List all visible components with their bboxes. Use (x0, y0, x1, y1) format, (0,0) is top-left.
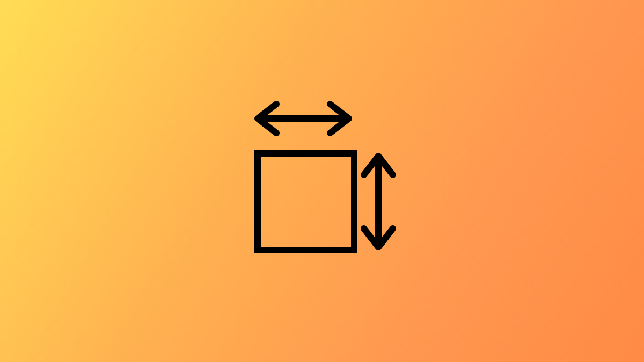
square-shape-icon (258, 153, 354, 250)
dimensions-svg (247, 94, 397, 266)
vertical-arrow-icon (364, 156, 393, 247)
dimensions-icon (247, 94, 397, 268)
horizontal-arrow-icon (258, 104, 349, 133)
